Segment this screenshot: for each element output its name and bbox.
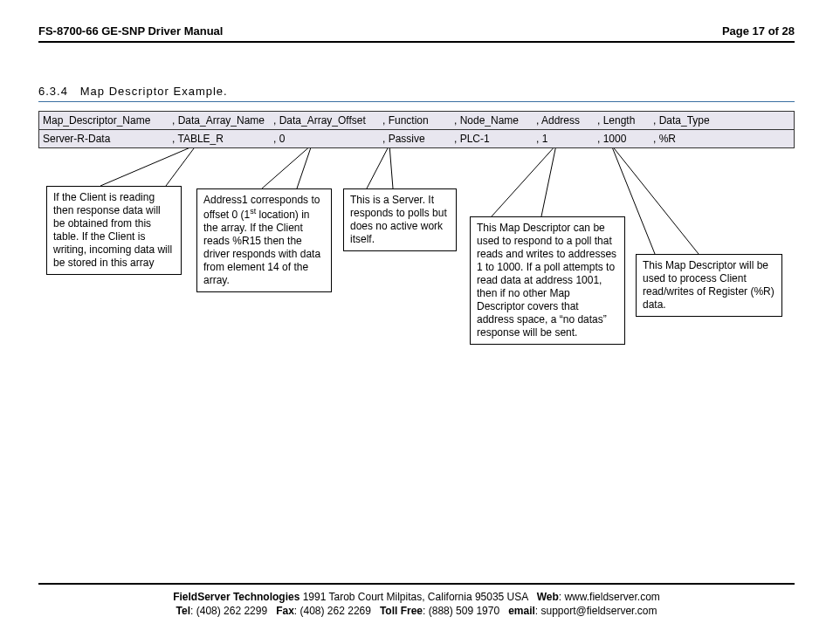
footer-tel-label: Tel — [176, 605, 190, 617]
footer-web-label: Web — [537, 591, 559, 603]
table-data-row: Server-R-Data , TABLE_R , 0 , Passive , … — [39, 130, 794, 147]
val-data-array-name: , TABLE_R — [169, 130, 270, 147]
val-function: , Passive — [379, 130, 451, 147]
page-header: FS-8700-66 GE-SNP Driver Manual Page 17 … — [38, 24, 795, 39]
val-length: , 1000 — [594, 130, 650, 147]
footer-line2: Tel: (408) 262 2299 Fax: (408) 262 2269 … — [38, 604, 795, 618]
col-map-descriptor-name: Map_Descriptor_Name — [39, 112, 169, 129]
footer-company: FieldServer Technologies — [173, 591, 299, 603]
svg-line-3 — [297, 145, 312, 188]
footer-tollfree-label: Toll Free — [380, 605, 423, 617]
col-address: , Address — [533, 112, 594, 129]
map-descriptor-table: Map_Descriptor_Name , Data_Array_Name , … — [38, 111, 795, 148]
col-data-type: , Data_Type — [650, 112, 726, 129]
val-data-type: , %R — [650, 130, 726, 147]
footer-tollfree: (888) 509 1970 — [429, 605, 499, 617]
page-number: Page 17 of 28 — [722, 24, 795, 38]
svg-line-5 — [389, 145, 393, 188]
val-node-name: , PLC-1 — [451, 130, 533, 147]
footer-line1: FieldServer Technologies 1991 Tarob Cour… — [38, 590, 795, 604]
section: 6.3.4 Map Descriptor Example. Map_Descri… — [38, 85, 795, 148]
svg-line-0 — [100, 145, 196, 186]
header-rule — [38, 41, 795, 43]
footer-address: 1991 Tarob Court Milpitas, California 95… — [303, 591, 528, 603]
callout-address-length: This Map Descriptor can be used to respo… — [470, 216, 625, 345]
col-length: , Length — [594, 112, 650, 129]
footer-email-label: email — [508, 605, 535, 617]
svg-line-7 — [541, 145, 556, 216]
svg-line-1 — [166, 145, 196, 186]
section-heading: 6.3.4 Map Descriptor Example. — [38, 85, 795, 99]
footer-email: support@fieldserver.com — [541, 605, 657, 617]
callout-function: This is a Server. It responds to polls b… — [343, 188, 457, 251]
col-function: , Function — [379, 112, 451, 129]
col-data-array-name: , Data_Array_Name — [169, 112, 270, 129]
page-footer: FieldServer Technologies 1991 Tarob Cour… — [38, 583, 795, 618]
svg-line-4 — [367, 145, 389, 188]
footer-web: www.fieldserver.com — [564, 591, 659, 603]
col-node-name: , Node_Name — [451, 112, 533, 129]
section-number: 6.3.4 — [38, 85, 68, 98]
footer-tel: (408) 262 2299 — [196, 605, 267, 617]
section-underline — [38, 101, 795, 102]
col-data-array-offset: , Data_Array_Offset — [270, 112, 379, 129]
doc-title: FS-8700-66 GE-SNP Driver Manual — [38, 24, 223, 38]
section-title: Map Descriptor Example. — [80, 85, 228, 98]
table-header-row: Map_Descriptor_Name , Data_Array_Name , … — [39, 112, 794, 130]
callout-data-array: If the Client is reading then response d… — [46, 186, 182, 275]
val-address: , 1 — [533, 130, 594, 147]
svg-line-6 — [492, 145, 556, 216]
val-data-array-offset: , 0 — [270, 130, 379, 147]
svg-line-2 — [262, 145, 312, 188]
callout-data-type: This Map Descriptor will be used to proc… — [636, 254, 782, 317]
val-map-descriptor-name: Server-R-Data — [39, 130, 169, 147]
footer-fax-label: Fax — [276, 605, 294, 617]
callout-offset: Address1 corresponds to offset 0 (1st lo… — [196, 188, 332, 292]
footer-fax: (408) 262 2269 — [300, 605, 371, 617]
